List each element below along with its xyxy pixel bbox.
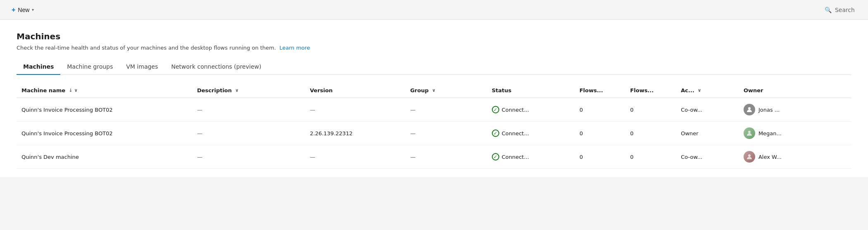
cell-status: ✓ Connect... <box>487 122 575 145</box>
cell-description: — <box>192 145 305 169</box>
sort-icon-ac: ∨ <box>698 88 701 93</box>
search-area[interactable]: 🔍 Search <box>820 4 860 16</box>
cell-machine-name: Quinn's Invoice Processing BOT02 <box>17 122 192 145</box>
col-header-flows1: Flows... <box>575 83 625 98</box>
cell-group: — <box>405 145 486 169</box>
search-icon: 🔍 <box>825 7 832 13</box>
tabs-container: Machines Machine groups VM images Networ… <box>17 59 851 75</box>
status-text: Connect... <box>502 154 529 160</box>
new-button-label: New <box>18 7 29 13</box>
search-label: Search <box>835 7 855 13</box>
toolbar: + New ▾ 🔍 Search <box>0 0 868 20</box>
cell-version: — <box>305 98 405 122</box>
cell-group: — <box>405 98 486 122</box>
main-content: Machines Check the real-time health and … <box>0 20 868 75</box>
table-container: Machine name ↓ ∨ Description ∨ Version G… <box>0 75 868 177</box>
cell-flows2: 0 <box>625 122 676 145</box>
cell-ac: Owner <box>676 122 739 145</box>
col-header-status: Status <box>487 83 575 98</box>
avatar <box>744 151 755 163</box>
cell-group: — <box>405 122 486 145</box>
col-header-version: Version <box>305 83 405 98</box>
cell-description: — <box>192 98 305 122</box>
page-subtitle: Check the real-time health and status of… <box>17 45 851 51</box>
cell-owner: Megan... <box>739 122 851 145</box>
svg-point-1 <box>748 131 751 133</box>
owner-name: Jonas ... <box>758 107 780 113</box>
cell-description: — <box>192 122 305 145</box>
status-connected-badge: ✓ Connect... <box>492 129 570 137</box>
owner-cell: Jonas ... <box>744 104 847 115</box>
col-header-flows2: Flows... <box>625 83 676 98</box>
owner-name: Megan... <box>758 130 782 137</box>
col-header-description[interactable]: Description ∨ <box>192 83 305 98</box>
cell-flows1: 0 <box>575 122 625 145</box>
sort-icon-machine-name: ↓ ∨ <box>69 88 78 93</box>
toolbar-left: + New ▾ <box>8 4 37 16</box>
cell-flows1: 0 <box>575 145 625 169</box>
table-header-row: Machine name ↓ ∨ Description ∨ Version G… <box>17 83 851 98</box>
cell-flows2: 0 <box>625 145 676 169</box>
machines-table: Machine name ↓ ∨ Description ∨ Version G… <box>17 83 851 169</box>
cell-ac: Co-ow... <box>676 145 739 169</box>
cell-flows2: 0 <box>625 98 676 122</box>
col-header-owner: Owner <box>739 83 851 98</box>
tab-network-connections[interactable]: Network connections (preview) <box>165 59 268 75</box>
col-header-ac[interactable]: Ac... ∨ <box>676 83 739 98</box>
owner-cell: Alex W... <box>744 151 847 163</box>
cell-status: ✓ Connect... <box>487 98 575 122</box>
sort-icon-group: ∨ <box>432 88 436 93</box>
cell-status: ✓ Connect... <box>487 145 575 169</box>
status-text: Connect... <box>502 130 529 137</box>
cell-ac: Co-ow... <box>676 98 739 122</box>
check-circle-icon: ✓ <box>492 153 499 161</box>
svg-point-2 <box>748 154 751 157</box>
cell-version: 2.26.139.22312 <box>305 122 405 145</box>
svg-point-0 <box>748 107 751 110</box>
cell-flows1: 0 <box>575 98 625 122</box>
check-circle-icon: ✓ <box>492 106 499 113</box>
new-button[interactable]: + New ▾ <box>8 4 37 16</box>
cell-version: — <box>305 145 405 169</box>
cell-machine-name: Quinn's Invoice Processing BOT02 <box>17 98 192 122</box>
status-connected-badge: ✓ Connect... <box>492 106 570 113</box>
page-title: Machines <box>17 31 851 41</box>
table-row[interactable]: Quinn's Dev machine——— ✓ Connect... 00Co… <box>17 145 851 169</box>
tab-machine-groups[interactable]: Machine groups <box>60 59 119 75</box>
owner-cell: Megan... <box>744 127 847 139</box>
plus-icon: + <box>12 6 15 14</box>
tab-machines[interactable]: Machines <box>17 59 60 75</box>
chevron-down-icon: ▾ <box>32 7 34 12</box>
cell-owner: Jonas ... <box>739 98 851 122</box>
tab-vm-images[interactable]: VM images <box>119 59 165 75</box>
avatar <box>744 127 755 139</box>
table-row[interactable]: Quinn's Invoice Processing BOT02—2.26.13… <box>17 122 851 145</box>
status-text: Connect... <box>502 107 529 113</box>
check-circle-icon: ✓ <box>492 129 499 137</box>
sort-icon-description: ∨ <box>235 88 239 93</box>
table-row[interactable]: Quinn's Invoice Processing BOT02——— ✓ Co… <box>17 98 851 122</box>
status-connected-badge: ✓ Connect... <box>492 153 570 161</box>
learn-more-link[interactable]: Learn more <box>279 45 310 51</box>
col-header-group[interactable]: Group ∨ <box>405 83 486 98</box>
cell-owner: Alex W... <box>739 145 851 169</box>
avatar <box>744 104 755 115</box>
cell-machine-name: Quinn's Dev machine <box>17 145 192 169</box>
owner-name: Alex W... <box>758 154 782 160</box>
col-header-machine-name[interactable]: Machine name ↓ ∨ <box>17 83 192 98</box>
